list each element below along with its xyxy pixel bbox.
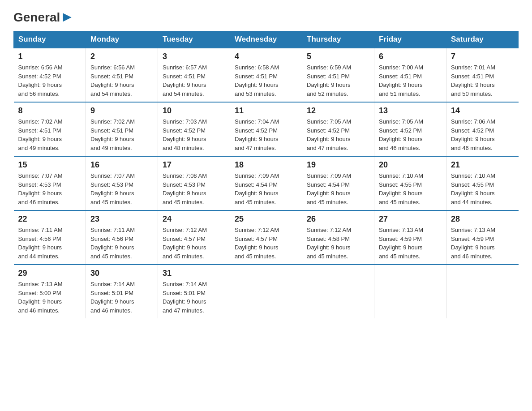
day-number: 26 (307, 214, 369, 224)
day-number: 13 (379, 106, 442, 116)
calendar-cell: 2 Sunrise: 6:56 AMSunset: 4:51 PMDayligh… (86, 48, 158, 102)
calendar-cell: 21 Sunrise: 7:10 AMSunset: 4:55 PMDaylig… (446, 156, 519, 210)
day-number: 28 (451, 214, 514, 224)
day-number: 5 (307, 52, 369, 61)
calendar-cell: 20 Sunrise: 7:10 AMSunset: 4:55 PMDaylig… (374, 156, 446, 210)
day-info: Sunrise: 7:11 AMSunset: 4:56 PMDaylight:… (90, 227, 135, 260)
header-friday: Friday (374, 31, 446, 48)
calendar-cell: 8 Sunrise: 7:02 AMSunset: 4:51 PMDayligh… (14, 102, 86, 156)
day-info: Sunrise: 7:14 AMSunset: 5:01 PMDaylight:… (90, 281, 135, 314)
calendar-cell: 23 Sunrise: 7:11 AMSunset: 4:56 PMDaylig… (86, 210, 158, 265)
day-info: Sunrise: 7:09 AMSunset: 4:54 PMDaylight:… (235, 172, 279, 206)
calendar-week-3: 15 Sunrise: 7:07 AMSunset: 4:53 PMDaylig… (14, 156, 519, 210)
calendar-cell: 16 Sunrise: 7:07 AMSunset: 4:53 PMDaylig… (86, 156, 158, 210)
calendar-cell (446, 265, 519, 318)
calendar-cell: 26 Sunrise: 7:12 AMSunset: 4:58 PMDaylig… (302, 210, 374, 265)
day-number: 16 (90, 160, 153, 170)
day-info: Sunrise: 7:13 AMSunset: 4:59 PMDaylight:… (379, 227, 423, 260)
day-info: Sunrise: 7:05 AMSunset: 4:52 PMDaylight:… (379, 118, 423, 151)
day-number: 30 (90, 269, 153, 278)
calendar-cell: 22 Sunrise: 7:11 AMSunset: 4:56 PMDaylig… (14, 210, 86, 265)
day-info: Sunrise: 7:10 AMSunset: 4:55 PMDaylight:… (451, 172, 495, 206)
day-info: Sunrise: 7:12 AMSunset: 4:57 PMDaylight:… (235, 227, 279, 260)
header-sunday: Sunday (14, 31, 86, 48)
calendar-cell: 5 Sunrise: 6:59 AMSunset: 4:51 PMDayligh… (302, 48, 374, 102)
day-number: 2 (90, 52, 153, 61)
calendar-cell: 3 Sunrise: 6:57 AMSunset: 4:51 PMDayligh… (158, 48, 230, 102)
calendar-week-2: 8 Sunrise: 7:02 AMSunset: 4:51 PMDayligh… (14, 102, 519, 156)
calendar-cell (302, 265, 374, 318)
header-monday: Monday (86, 31, 158, 48)
calendar-cell: 18 Sunrise: 7:09 AMSunset: 4:54 PMDaylig… (230, 156, 302, 210)
calendar-table: SundayMondayTuesdayWednesdayThursdayFrid… (13, 31, 519, 318)
day-number: 6 (379, 52, 442, 61)
calendar-cell: 17 Sunrise: 7:08 AMSunset: 4:53 PMDaylig… (158, 156, 230, 210)
day-number: 19 (307, 160, 369, 170)
calendar-week-1: 1 Sunrise: 6:56 AMSunset: 4:52 PMDayligh… (14, 48, 519, 102)
day-number: 21 (451, 160, 514, 170)
calendar-cell: 12 Sunrise: 7:05 AMSunset: 4:52 PMDaylig… (302, 102, 374, 156)
header-wednesday: Wednesday (230, 31, 302, 48)
day-number: 25 (235, 214, 297, 224)
day-number: 11 (235, 106, 297, 116)
logo: General► (13, 9, 74, 22)
day-info: Sunrise: 7:04 AMSunset: 4:52 PMDaylight:… (235, 118, 279, 151)
page-header: General► (13, 9, 519, 22)
header-thursday: Thursday (302, 31, 374, 48)
day-number: 22 (18, 214, 82, 224)
day-info: Sunrise: 7:03 AMSunset: 4:52 PMDaylight:… (163, 118, 207, 151)
day-number: 20 (379, 160, 442, 170)
day-info: Sunrise: 7:01 AMSunset: 4:51 PMDaylight:… (451, 64, 495, 97)
calendar-cell: 28 Sunrise: 7:13 AMSunset: 4:59 PMDaylig… (446, 210, 519, 265)
day-info: Sunrise: 7:14 AMSunset: 5:01 PMDaylight:… (163, 281, 207, 314)
day-number: 29 (18, 269, 82, 278)
day-info: Sunrise: 7:12 AMSunset: 4:57 PMDaylight:… (163, 227, 207, 260)
calendar-cell: 24 Sunrise: 7:12 AMSunset: 4:57 PMDaylig… (158, 210, 230, 265)
calendar-cell: 9 Sunrise: 7:02 AMSunset: 4:51 PMDayligh… (86, 102, 158, 156)
day-number: 12 (307, 106, 369, 116)
calendar-cell: 11 Sunrise: 7:04 AMSunset: 4:52 PMDaylig… (230, 102, 302, 156)
day-number: 1 (18, 52, 82, 61)
calendar-cell: 30 Sunrise: 7:14 AMSunset: 5:01 PMDaylig… (86, 265, 158, 318)
calendar-header-row: SundayMondayTuesdayWednesdayThursdayFrid… (14, 31, 519, 48)
day-info: Sunrise: 7:11 AMSunset: 4:56 PMDaylight:… (18, 227, 63, 260)
day-number: 15 (18, 160, 82, 170)
calendar-week-4: 22 Sunrise: 7:11 AMSunset: 4:56 PMDaylig… (14, 210, 519, 265)
day-info: Sunrise: 7:08 AMSunset: 4:53 PMDaylight:… (163, 172, 207, 206)
header-tuesday: Tuesday (158, 31, 230, 48)
day-info: Sunrise: 7:07 AMSunset: 4:53 PMDaylight:… (18, 172, 63, 206)
day-info: Sunrise: 6:59 AMSunset: 4:51 PMDaylight:… (307, 64, 351, 97)
day-info: Sunrise: 7:00 AMSunset: 4:51 PMDaylight:… (379, 64, 423, 97)
day-number: 7 (451, 52, 514, 61)
day-info: Sunrise: 7:02 AMSunset: 4:51 PMDaylight:… (90, 118, 135, 151)
calendar-cell: 13 Sunrise: 7:05 AMSunset: 4:52 PMDaylig… (374, 102, 446, 156)
calendar-cell: 31 Sunrise: 7:14 AMSunset: 5:01 PMDaylig… (158, 265, 230, 318)
calendar-cell: 29 Sunrise: 7:13 AMSunset: 5:00 PMDaylig… (14, 265, 86, 318)
day-number: 8 (18, 106, 82, 116)
calendar-cell: 7 Sunrise: 7:01 AMSunset: 4:51 PMDayligh… (446, 48, 519, 102)
day-number: 10 (163, 106, 225, 116)
calendar-cell: 15 Sunrise: 7:07 AMSunset: 4:53 PMDaylig… (14, 156, 86, 210)
logo-general: General► (13, 10, 74, 24)
calendar-cell: 25 Sunrise: 7:12 AMSunset: 4:57 PMDaylig… (230, 210, 302, 265)
calendar-week-5: 29 Sunrise: 7:13 AMSunset: 5:00 PMDaylig… (14, 265, 519, 318)
day-number: 23 (90, 214, 153, 224)
header-saturday: Saturday (446, 31, 519, 48)
day-info: Sunrise: 7:12 AMSunset: 4:58 PMDaylight:… (307, 227, 351, 260)
calendar-cell: 1 Sunrise: 6:56 AMSunset: 4:52 PMDayligh… (14, 48, 86, 102)
day-info: Sunrise: 6:57 AMSunset: 4:51 PMDaylight:… (163, 64, 207, 97)
day-number: 24 (163, 214, 225, 224)
calendar-cell: 19 Sunrise: 7:09 AMSunset: 4:54 PMDaylig… (302, 156, 374, 210)
calendar-cell: 14 Sunrise: 7:06 AMSunset: 4:52 PMDaylig… (446, 102, 519, 156)
day-info: Sunrise: 7:09 AMSunset: 4:54 PMDaylight:… (307, 172, 351, 206)
calendar-cell (374, 265, 446, 318)
calendar-cell: 10 Sunrise: 7:03 AMSunset: 4:52 PMDaylig… (158, 102, 230, 156)
calendar-cell: 4 Sunrise: 6:58 AMSunset: 4:51 PMDayligh… (230, 48, 302, 102)
day-info: Sunrise: 7:02 AMSunset: 4:51 PMDaylight:… (18, 118, 63, 151)
day-number: 18 (235, 160, 297, 170)
day-number: 14 (451, 106, 514, 116)
calendar-cell (230, 265, 302, 318)
day-info: Sunrise: 6:56 AMSunset: 4:51 PMDaylight:… (90, 64, 135, 97)
day-number: 3 (163, 52, 225, 61)
day-info: Sunrise: 7:10 AMSunset: 4:55 PMDaylight:… (379, 172, 423, 206)
